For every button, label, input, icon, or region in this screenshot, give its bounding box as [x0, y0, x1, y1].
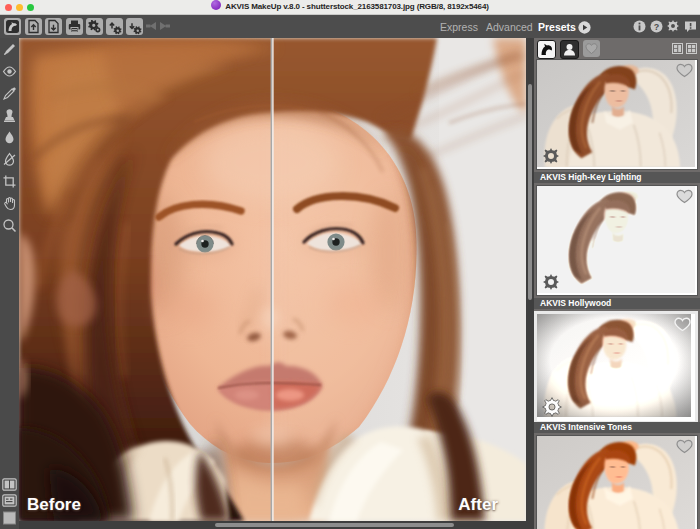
svg-text:?: ? — [654, 22, 660, 32]
